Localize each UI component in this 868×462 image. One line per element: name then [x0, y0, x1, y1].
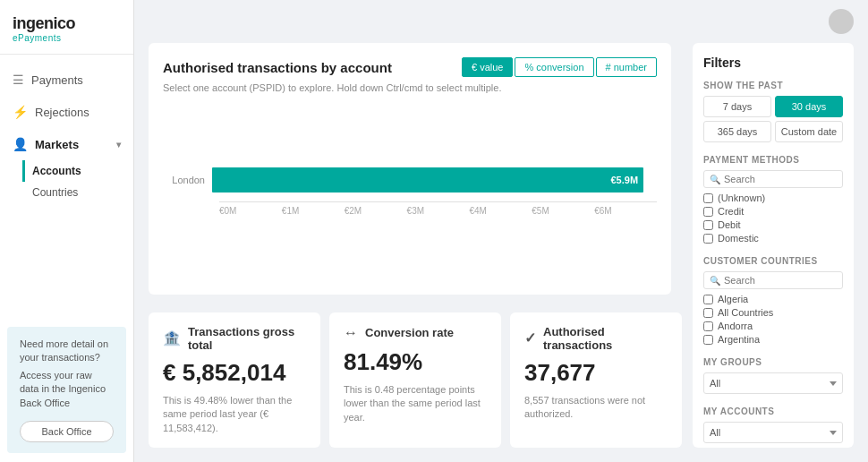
- avatar[interactable]: [829, 9, 854, 34]
- date-30days-button[interactable]: 30 days: [775, 96, 843, 117]
- countries-search-input[interactable]: [724, 275, 837, 286]
- sidebar-item-markets[interactable]: 👤 Markets ▾: [0, 128, 133, 160]
- content-area: Authorised transactions by account € val…: [134, 43, 868, 462]
- filters-title: Filters: [703, 56, 843, 70]
- stat-card-gross-total: 🏦 Transactions gross total € 5,852,014 T…: [149, 312, 320, 448]
- sidebar-item-label: Rejections: [35, 106, 89, 119]
- sidebar-item-rejections[interactable]: ⚡ Rejections: [0, 96, 133, 128]
- toggle-value-button[interactable]: € value: [462, 57, 513, 77]
- payment-methods-label: PAYMENT METHODS: [703, 155, 843, 165]
- my-groups-label: MY GROUPS: [703, 357, 843, 367]
- countries-search[interactable]: 🔍: [703, 271, 843, 289]
- stat-value: 37,677: [524, 359, 668, 387]
- my-accounts-label: MY ACCOUNTS: [703, 406, 843, 416]
- show-past-label: SHOW THE PAST: [703, 81, 843, 90]
- date-buttons: 7 days 30 days 365 days Custom date: [703, 96, 843, 142]
- toggle-number-button[interactable]: # number: [596, 57, 657, 77]
- x-tick: €2M: [345, 206, 407, 216]
- back-office-button[interactable]: Back Office: [20, 421, 114, 442]
- x-tick: €0M: [219, 206, 282, 216]
- stat-note: This is 0.48 percentage points lower tha…: [344, 383, 487, 424]
- sidebar-nav: ☰ Payments ⚡ Rejections 👤 Markets ▾ Acco…: [0, 55, 133, 318]
- stats-row: 🏦 Transactions gross total € 5,852,014 T…: [149, 312, 682, 448]
- bar-row: London €5.9M: [163, 167, 657, 192]
- rejections-icon: ⚡: [13, 105, 28, 119]
- x-tick: €3M: [407, 206, 470, 216]
- filter-show-past: SHOW THE PAST 7 days 30 days 365 days Cu…: [703, 81, 843, 142]
- customer-countries-label: CUSTOMER COUNTRIES: [703, 256, 843, 266]
- sidebar-item-payments[interactable]: ☰ Payments: [0, 64, 133, 96]
- my-accounts-select[interactable]: All: [703, 422, 843, 443]
- stat-card-authorised: ✓ Authorised transactions 37,677 8,557 t…: [510, 312, 682, 448]
- sidebar-bottom-line2: Access your raw data in the Ingenico Bac…: [20, 369, 114, 410]
- payment-methods-search[interactable]: 🔍: [703, 170, 843, 188]
- filters-panel: Filters SHOW THE PAST 7 days 30 days 365…: [693, 43, 854, 448]
- filter-customer-countries: CUSTOMER COUNTRIES 🔍 Algeria All Countri…: [703, 256, 843, 345]
- stat-header: ↔ Conversion rate: [344, 325, 487, 341]
- checkbox-algeria[interactable]: Algeria: [703, 294, 843, 304]
- stat-header: ✓ Authorised transactions: [524, 325, 668, 352]
- stat-header: 🏦 Transactions gross total: [163, 325, 306, 352]
- x-tick: €1M: [282, 206, 345, 216]
- x-tick: €4M: [469, 206, 532, 216]
- markets-submenu: Accounts Countries: [0, 160, 133, 209]
- logo: ingenico ePayments: [0, 0, 133, 55]
- checkbox-credit[interactable]: Credit: [703, 206, 843, 217]
- bar-value: €5.9M: [611, 175, 639, 185]
- bar-fill: €5.9M: [212, 167, 643, 192]
- payment-methods-search-input[interactable]: [724, 174, 837, 184]
- checkbox-debit-input[interactable]: [703, 220, 713, 230]
- markets-icon: 👤: [13, 137, 28, 151]
- chart-area: London €5.9M €0M €1M €2M €3M: [163, 104, 657, 280]
- chart-panel: Authorised transactions by account € val…: [149, 43, 671, 295]
- sidebar-bottom-line1: Need more detail on your transactions?: [20, 338, 114, 365]
- logo-sub: ePayments: [13, 33, 121, 43]
- stat-value: € 5,852,014: [163, 359, 306, 387]
- checkbox-all-countries[interactable]: All Countries: [703, 307, 843, 318]
- x-axis: €0M €1M €2M €3M €4M €5M €6M: [219, 201, 657, 216]
- stat-title: Authorised transactions: [543, 325, 668, 352]
- filter-my-accounts: MY ACCOUNTS All: [703, 406, 843, 443]
- stat-card-conversion: ↔ Conversion rate 81.49% This is 0.48 pe…: [329, 312, 501, 448]
- chart-title: Authorised transactions by account: [163, 60, 392, 75]
- search-icon: 🔍: [710, 175, 720, 184]
- stat-title: Transactions gross total: [188, 325, 306, 352]
- filter-my-groups: MY GROUPS All: [703, 357, 843, 394]
- search-icon: 🔍: [710, 276, 720, 286]
- toggle-conversion-button[interactable]: % conversion: [515, 57, 593, 77]
- payments-icon: ☰: [13, 73, 24, 87]
- date-custom-button[interactable]: Custom date: [775, 121, 843, 142]
- stat-note: This is 49.48% lower than the same perio…: [163, 394, 306, 435]
- checkbox-andorra-input[interactable]: [703, 321, 713, 331]
- checkbox-unknown[interactable]: (Unknown): [703, 192, 843, 203]
- checkbox-argentina[interactable]: Argentina: [703, 334, 843, 345]
- conversion-icon: ↔: [344, 325, 358, 341]
- chart-toggle: € value % conversion # number: [462, 57, 657, 77]
- x-tick: €6M: [594, 206, 657, 216]
- checkbox-domestic-input[interactable]: [703, 234, 713, 244]
- bar-track: €5.9M: [212, 167, 657, 192]
- sidebar-item-label: Markets: [35, 138, 79, 151]
- top-bar: [134, 0, 868, 43]
- main-content: Authorised transactions by account € val…: [134, 0, 868, 462]
- chevron-icon: ▾: [116, 140, 121, 150]
- checkbox-algeria-input[interactable]: [703, 295, 713, 304]
- checkbox-unknown-input[interactable]: [703, 193, 713, 203]
- stat-note: 8,557 transactions were not authorized.: [524, 394, 668, 422]
- chart-subtitle: Select one account (PSPID) to explore. H…: [163, 82, 657, 93]
- gross-total-icon: 🏦: [163, 329, 181, 346]
- sidebar-item-countries[interactable]: Countries: [32, 182, 133, 203]
- checkbox-debit[interactable]: Debit: [703, 219, 843, 230]
- checkbox-all-countries-input[interactable]: [703, 308, 713, 318]
- date-7days-button[interactable]: 7 days: [703, 96, 771, 117]
- x-tick: €5M: [532, 206, 594, 216]
- my-groups-select[interactable]: All: [703, 372, 843, 394]
- checkbox-andorra[interactable]: Andorra: [703, 321, 843, 331]
- stat-value: 81.49%: [344, 348, 487, 376]
- sidebar-item-accounts[interactable]: Accounts: [22, 160, 133, 182]
- date-365days-button[interactable]: 365 days: [703, 121, 771, 142]
- checkbox-credit-input[interactable]: [703, 207, 713, 217]
- sidebar: ingenico ePayments ☰ Payments ⚡ Rejectio…: [0, 0, 134, 462]
- checkbox-domestic[interactable]: Domestic: [703, 233, 843, 244]
- checkbox-argentina-input[interactable]: [703, 335, 713, 345]
